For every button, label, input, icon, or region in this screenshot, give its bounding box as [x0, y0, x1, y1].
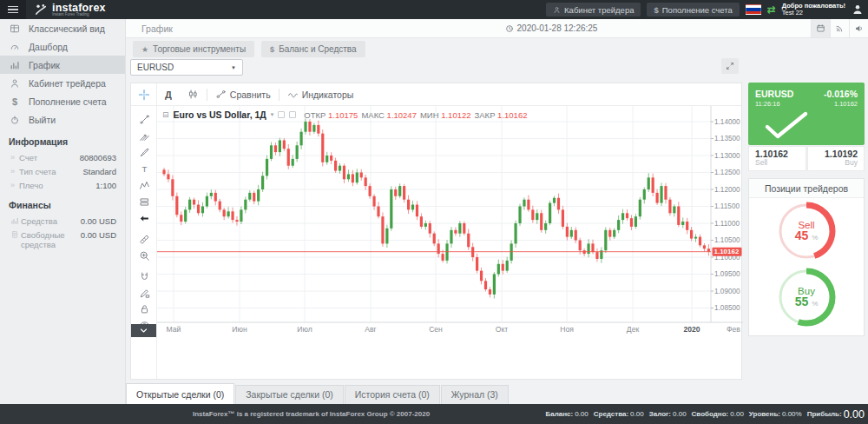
crosshair-tool-button[interactable]: [131, 83, 157, 106]
buy-button[interactable]: 1.10192 Buy: [807, 146, 865, 171]
chart-type-button[interactable]: [180, 83, 207, 106]
star-icon: ★: [141, 45, 148, 54]
ohlc-value: 1.10247: [385, 110, 417, 120]
chevron-down-icon: [139, 326, 148, 335]
person-icon: [553, 6, 561, 14]
dollar-icon: $: [654, 5, 658, 15]
language-flag-russia[interactable]: [746, 4, 761, 15]
legend-settings-icon[interactable]: [289, 111, 296, 118]
rss-button[interactable]: [830, 19, 849, 37]
bottom-tabs: Открытые сделки (0)Закрытые сделки (0)Ис…: [126, 385, 510, 404]
indicators-button[interactable]: Индикаторы: [279, 83, 362, 106]
exchange-arrows-icon[interactable]: ⇄: [767, 4, 776, 15]
sidebar-item-label: Пополнение счета: [29, 96, 107, 107]
ohlc-value: 1.10162: [495, 110, 527, 120]
chart-toolbar: Д Сравнить Индикаторы: [131, 83, 741, 106]
svg-text:T: T: [141, 164, 147, 174]
pitchfork-tool-button[interactable]: [131, 128, 157, 143]
logo-text: instaforex: [52, 3, 106, 12]
tab-3[interactable]: Журнал (3): [441, 385, 509, 404]
chart-symbol-title: Euro vs US Dollar, 1Д: [174, 109, 266, 120]
chevron-right-icon: »: [10, 181, 19, 189]
metric: Уровень:0.00%: [749, 410, 802, 418]
svg-text:1.12500: 1.12500: [714, 169, 740, 176]
sidebar-item-label: Классический вид: [29, 23, 105, 34]
deposit-button[interactable]: $ Пополнение счета: [647, 3, 739, 17]
sidebar-item-2[interactable]: График: [0, 56, 125, 74]
svg-text:Окт: Окт: [496, 325, 509, 334]
traders-positions-card: Позиции трейдеров Sell 45 % Buy 55 %: [748, 178, 865, 336]
sidebar-item-label: График: [29, 60, 60, 70]
sidebar-item-3[interactable]: Кабинет трейдера: [0, 74, 125, 92]
calendar-icon: [816, 23, 825, 33]
gauge-icon: [10, 42, 20, 52]
sidebar-item-0[interactable]: Классический вид: [0, 19, 125, 37]
sell-button[interactable]: 1.10162 Sell: [748, 146, 806, 171]
compare-button[interactable]: Сравнить: [207, 83, 279, 106]
svg-text:Май: Май: [167, 325, 181, 334]
sidebar-item-4[interactable]: $Пополнение счета: [0, 92, 125, 110]
brush-tool-button[interactable]: [131, 144, 157, 160]
magnet-tool-button[interactable]: [131, 268, 157, 284]
tab-0[interactable]: Открытые сделки (0): [126, 383, 234, 404]
svg-text:1.11500: 1.11500: [714, 202, 740, 210]
svg-text:1.08500: 1.08500: [714, 304, 740, 312]
svg-text:1.10162: 1.10162: [714, 248, 740, 255]
crosshair-icon: [138, 89, 150, 101]
arrow-left-tool-button[interactable]: [131, 210, 157, 226]
lock-icon: [139, 303, 150, 315]
check-icon: [759, 109, 814, 142]
zoom-in-tool-button[interactable]: [131, 248, 157, 263]
chevron-right-icon: »: [10, 167, 19, 176]
quote-widget[interactable]: EURUSD -0.016% 11:26:16 1.10162: [748, 83, 865, 145]
megaphone-button[interactable]: [849, 19, 868, 37]
sidebar-item-label: Выйти: [29, 115, 56, 125]
svg-text:1.14000: 1.14000: [714, 118, 740, 126]
sidebar-item-label: Кабинет трейдера: [29, 78, 106, 89]
svg-text:Сен: Сен: [429, 325, 443, 334]
symbol-select[interactable]: EURUSD ▼: [130, 59, 243, 76]
tab-2[interactable]: История счета (0): [345, 385, 440, 404]
user-avatar-icon[interactable]: [852, 3, 864, 16]
ohlc-value: 1.10122: [439, 110, 471, 120]
draw-lock-tool-button[interactable]: [131, 285, 157, 301]
ohlc-label: МАКС: [361, 110, 385, 120]
lock-tool-button[interactable]: [131, 301, 157, 316]
grid-icon: [10, 23, 20, 34]
tab-1[interactable]: Закрытые сделки (0): [235, 385, 343, 404]
ruler-icon: [139, 234, 150, 245]
tools-collapse-button[interactable]: [131, 324, 156, 337]
candlestick-chart[interactable]: 1.140001.135001.130001.125001.120001.115…: [157, 106, 743, 337]
text-tool-button[interactable]: T: [131, 161, 157, 176]
pattern-tool-button[interactable]: [131, 177, 157, 193]
legend-settings-icon[interactable]: [278, 111, 285, 118]
sidebar-data-row: »Плечо1:100: [0, 178, 125, 192]
trademark-text: InstaForex™ is a registered trademark of…: [193, 410, 430, 418]
timeframe-button[interactable]: Д: [157, 83, 180, 106]
dollar-icon: $: [10, 96, 20, 107]
sidebar-item-5[interactable]: Выйти: [0, 110, 125, 129]
magnet-icon: [139, 271, 150, 282]
chart-bars-icon: [10, 216, 19, 225]
balance-funds-button[interactable]: $ Баланс и Средства: [261, 41, 365, 57]
trend-line-tool-button[interactable]: [131, 111, 157, 127]
hamburger-menu-icon[interactable]: [0, 0, 26, 19]
ruler-tool-button[interactable]: [131, 231, 157, 247]
trading-instruments-button[interactable]: ★ Торговые инструменты: [133, 41, 254, 57]
expand-icon: [726, 62, 734, 70]
position-tool-button[interactable]: [131, 194, 157, 209]
collapse-icon[interactable]: ⊟: [162, 110, 169, 119]
header-icon-group: [811, 19, 868, 37]
svg-text:1.13500: 1.13500: [714, 135, 740, 142]
sidebar-item-1[interactable]: Дашборд: [0, 37, 125, 56]
fullscreen-expand-button[interactable]: [721, 58, 739, 74]
chevron-down-icon[interactable]: ▾: [271, 111, 274, 118]
metric: Свободно:0.00: [692, 410, 744, 418]
text-icon: T: [139, 163, 150, 175]
candles-icon: [187, 89, 199, 100]
welcome-block: Добро пожаловать! Test 22: [782, 3, 845, 17]
pattern-icon: [139, 180, 150, 191]
calendar-button[interactable]: [811, 19, 830, 37]
trader-cabinet-button[interactable]: Кабинет трейдера: [546, 3, 641, 17]
sidebar-data-row: Средства0.00 USD: [0, 214, 125, 228]
